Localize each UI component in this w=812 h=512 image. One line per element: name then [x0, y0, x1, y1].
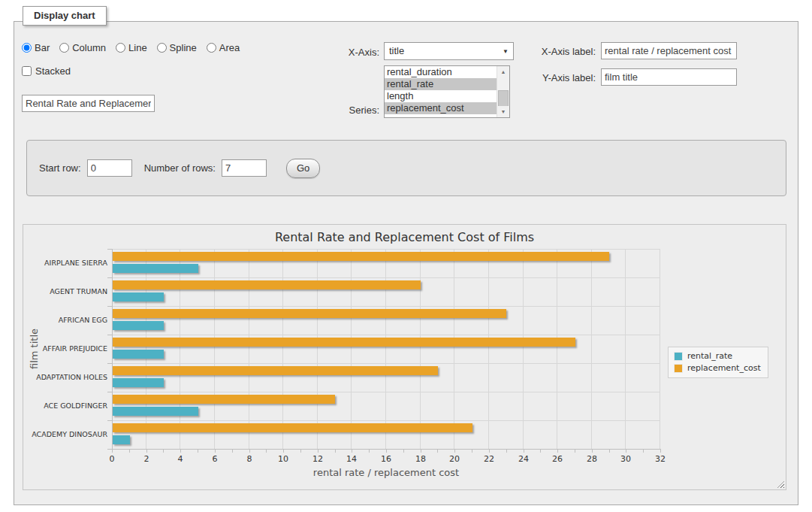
gridline-x-24 [523, 249, 524, 449]
series-label-text: Series: [342, 105, 379, 116]
y-axis-tick [107, 306, 112, 307]
chart-type-radio-area[interactable] [207, 43, 216, 53]
x-tick-label-6: 6 [213, 454, 218, 464]
chart-title-input[interactable] [22, 95, 155, 112]
replacement_cost-bar-agent-truman[interactable] [113, 280, 421, 289]
x-axis-minor-tick [335, 450, 336, 453]
category-label: AFRICAN EGG [59, 316, 107, 324]
rental_rate-bar-academy-dinosaur[interactable] [113, 435, 130, 444]
y-axis-tick [107, 392, 112, 392]
resize-handle-icon[interactable] [777, 481, 784, 488]
replacement_cost-bar-adaptation-holes[interactable] [113, 366, 438, 375]
series-option-rental_rate[interactable]: rental_rate [385, 78, 497, 90]
y-axis-tick [107, 363, 112, 364]
stacked-checkbox-row[interactable]: Stacked [22, 65, 71, 77]
chart-type-radio-line[interactable] [116, 43, 125, 53]
gridline-row-5 [112, 392, 660, 392]
gridline-x-26 [557, 249, 557, 449]
x-axis-minor-tick [163, 450, 164, 453]
y-axis-tick [107, 335, 112, 335]
chart-type-label-spline: Spline [170, 42, 197, 53]
chart-type-option-area[interactable]: Area [207, 42, 240, 53]
go-button[interactable]: Go [286, 159, 320, 178]
x-axis-label-text: X-Axis: [342, 47, 379, 58]
x-tick-label-28: 28 [587, 454, 597, 464]
scrollbar-thumb[interactable] [498, 90, 509, 107]
rental_rate-bar-ace-goldfinger[interactable] [113, 407, 198, 416]
x-tick-label-2: 2 [144, 454, 149, 464]
page: Display chart BarColumnLineSplineArea St… [0, 0, 812, 512]
x-axis-minor-tick [386, 450, 387, 453]
y-axis-label-input[interactable] [601, 68, 737, 86]
y-axis-tick [107, 277, 112, 278]
x-axis-minor-tick [352, 450, 352, 453]
rental_rate-bar-adaptation-holes[interactable] [113, 378, 164, 387]
chart-type-radio-spline[interactable] [157, 43, 167, 53]
chart-type-option-column[interactable]: Column [59, 42, 106, 53]
gridline-x-22 [488, 249, 489, 449]
num-rows-input[interactable] [222, 159, 267, 177]
x-axis-minor-tick [300, 450, 301, 453]
scroll-down-icon[interactable]: ▼ [497, 106, 509, 117]
series-option-length[interactable]: length [385, 90, 497, 102]
rental_rate-bar-airplane-sierra[interactable] [113, 264, 198, 273]
category-label: ACADEMY DINOSAUR [32, 430, 107, 438]
x-axis-minor-tick [318, 450, 318, 453]
category-label: ACE GOLDFINGER [44, 401, 107, 410]
x-axis-minor-tick [403, 450, 404, 453]
replacement_cost-bar-african-egg[interactable] [113, 309, 506, 318]
chart-type-option-spline[interactable]: Spline [157, 42, 197, 53]
x-axis-minor-tick [437, 450, 438, 453]
chart-type-label-column: Column [72, 42, 106, 53]
series-listbox[interactable]: rental_durationrental_ratelengthreplacem… [384, 65, 510, 118]
x-axis-minor-tick [454, 450, 455, 453]
x-axis-minor-tick [660, 450, 661, 453]
y-axis-title: film title [29, 329, 40, 369]
series-option-rental_duration[interactable]: rental_duration [385, 66, 497, 78]
stacked-checkbox[interactable] [22, 66, 32, 76]
x-tick-label-14: 14 [346, 454, 357, 464]
gridline-x-20 [454, 249, 454, 449]
y-axis-label-field-text: Y-Axis label: [528, 72, 596, 83]
x-tick-label-18: 18 [415, 454, 426, 464]
gridline-row-1 [112, 277, 660, 278]
rental_rate-bar-affair-prejudice[interactable] [113, 350, 164, 359]
chart-type-radio-column[interactable] [59, 43, 69, 53]
x-axis-minor-tick [540, 450, 541, 453]
stacked-label: Stacked [35, 65, 71, 77]
start-row-input[interactable] [87, 159, 132, 177]
x-tick-label-20: 20 [449, 454, 460, 464]
chart-type-radio-bar[interactable] [22, 43, 32, 53]
x-axis-minor-tick [643, 450, 644, 453]
replacement_cost-bar-affair-prejudice[interactable] [113, 338, 575, 347]
series-option-replacement_cost[interactable]: replacement_cost [385, 102, 497, 114]
gridline-x-14 [351, 249, 352, 449]
x-axis-minor-tick [489, 450, 490, 453]
x-axis-title: rental rate / replacement cost [313, 467, 459, 478]
legend-label-rental_rate: rental_rate [687, 351, 732, 361]
series-listbox-scrollbar[interactable]: ▲ ▼ [497, 66, 509, 117]
chart-type-option-bar[interactable]: Bar [22, 42, 50, 53]
replacement_cost-bar-academy-dinosaur[interactable] [113, 423, 472, 432]
x-axis-label-input[interactable] [601, 42, 737, 59]
category-label: AIRPLANE SIERRA [44, 259, 107, 267]
rental_rate-bar-african-egg[interactable] [113, 321, 164, 330]
replacement_cost-bar-airplane-sierra[interactable] [113, 252, 609, 261]
x-axis-selected-value: title [389, 45, 404, 56]
legend-swatch-replacement_cost [674, 364, 683, 373]
x-axis-minor-tick [283, 450, 284, 453]
gridline-x-16 [385, 249, 386, 449]
gridline-x-8 [249, 249, 249, 449]
legend-item-rental_rate[interactable]: rental_rate [674, 351, 761, 361]
replacement_cost-bar-ace-goldfinger[interactable] [113, 395, 335, 404]
rental_rate-bar-agent-truman[interactable] [113, 292, 164, 301]
x-axis-select[interactable]: title ▼ [384, 42, 514, 60]
legend-label-replacement_cost: replacement_cost [687, 363, 761, 373]
gridline-x-12 [317, 249, 318, 449]
chart-type-option-line[interactable]: Line [116, 42, 147, 53]
x-axis-minor-tick [557, 450, 558, 453]
legend-item-replacement_cost[interactable]: replacement_cost [674, 363, 761, 373]
x-axis-minor-tick [112, 450, 113, 453]
x-axis-minor-tick [369, 450, 370, 453]
scroll-up-icon[interactable]: ▲ [497, 66, 509, 77]
